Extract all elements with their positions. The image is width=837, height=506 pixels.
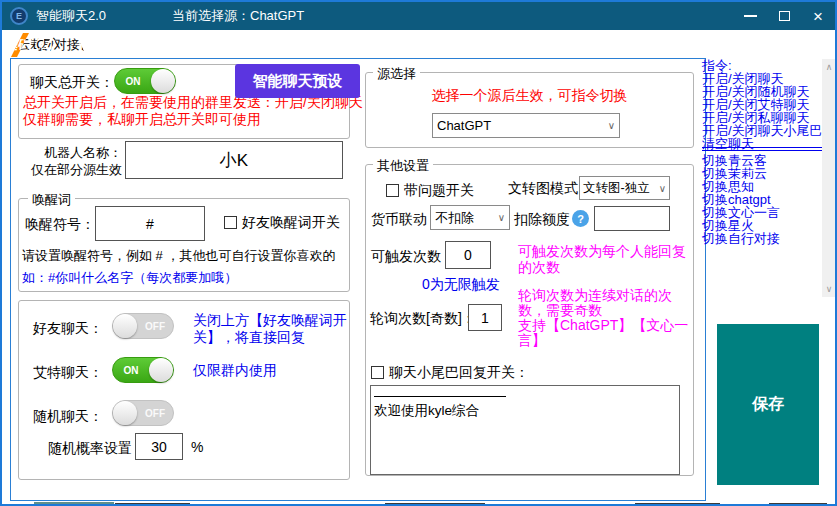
sidebar-scrollbar[interactable]: ∧ ∨ xyxy=(822,59,836,297)
master-switch-toggle[interactable]: ON xyxy=(114,68,176,94)
poll-note-line4: 言】 xyxy=(518,333,688,348)
deduct-quota-input[interactable] xyxy=(594,206,670,231)
window-title: 智能聊天2.0 xyxy=(36,7,106,25)
bot-name-label: 机器人名称： 仅在部分源生效 xyxy=(22,144,122,178)
toggle-on-label: ON xyxy=(115,76,151,87)
at-chat-toggle[interactable]: ON xyxy=(112,357,174,383)
switch-command-item: 切换自行对接 xyxy=(702,232,836,245)
friend-chat-toggle[interactable]: OFF xyxy=(112,313,174,339)
trigger-count-note: 可触发次数为每个人能回复 的次数 xyxy=(518,243,686,275)
bot-name-label-line1: 机器人名称： xyxy=(22,144,122,161)
friend-wake-checkbox[interactable] xyxy=(224,216,237,229)
friend-chat-label: 好友聊天： xyxy=(33,320,103,338)
poll-count-input[interactable] xyxy=(468,304,502,331)
wake-word-group-title: 唤醒词 xyxy=(28,191,75,209)
scroll-up-icon[interactable]: ∧ xyxy=(826,59,833,75)
tab-bar: 基础设置 青云客设置 茉莉设置 ChatGPT设置 讯飞星火设置 百度文心一言设… xyxy=(10,32,46,58)
friend-chat-note: 关闭上方【好友唤醒词开 关】，将直接回复 xyxy=(193,312,347,346)
currency-selected-value: 不扣除 xyxy=(435,209,474,227)
toggle-knob xyxy=(113,401,137,425)
chevron-down-icon: ∨ xyxy=(659,183,666,194)
wake-symbol-label: 唤醒符号： xyxy=(25,216,95,234)
deduct-quota-label: 扣除额度 xyxy=(514,211,570,229)
titlebar: E 智能聊天2.0 当前选择源：ChatGPT × xyxy=(2,2,835,30)
random-chat-label: 随机聊天： xyxy=(33,408,103,426)
random-probability-input[interactable] xyxy=(135,433,183,460)
save-button[interactable]: 保存 xyxy=(717,324,819,485)
poll-count-label: 轮询次数[奇数]： xyxy=(370,310,476,328)
poll-count-note: 轮询次数为连续对话的次 数，需要奇数 支持【ChatGPT】【文心一 言】 xyxy=(518,288,688,348)
maximize-button[interactable] xyxy=(767,2,801,30)
chat-tail-checkbox[interactable] xyxy=(371,366,384,379)
master-warning-line2: 仅群聊需要，私聊开启总开关即可使用 xyxy=(23,111,261,129)
chat-tail-textarea[interactable]: 欢迎使用kyle综合 xyxy=(370,385,680,475)
poll-note-line1: 轮询次数为连续对话的次 xyxy=(518,288,688,303)
switch-command-list: 切换青云客 切换茉莉云 切换思知 切换chatgpt 切换文心一言 切换星火 切… xyxy=(702,154,836,245)
trigger-count-label: 可触发次数： xyxy=(371,248,455,266)
toggle-knob xyxy=(113,314,137,338)
with-question-checkbox[interactable] xyxy=(386,184,399,197)
currency-link-dropdown[interactable]: 不扣除 ∨ xyxy=(430,205,510,230)
command-list: 指令: 开启/关闭聊天 开启/关闭随机聊天 开启/关闭艾特聊天 开启/关闭私聊聊… xyxy=(702,59,836,150)
app-logo-icon: E xyxy=(10,7,28,25)
close-button[interactable]: × xyxy=(801,2,835,30)
toggle-knob xyxy=(149,358,173,382)
source-select-dropdown[interactable]: ChatGPT ∨ xyxy=(432,113,620,138)
app-logo-letter: E xyxy=(16,11,22,21)
chat-tail-checkbox-label: 聊天小尾巴回复开关： xyxy=(389,364,529,382)
chevron-down-icon: ∨ xyxy=(498,212,505,223)
toggle-off-label: OFF xyxy=(137,321,173,332)
friend-wake-checkbox-label: 好友唤醒词开关 xyxy=(242,214,340,232)
toggle-on-label: ON xyxy=(113,365,149,376)
minimize-button[interactable] xyxy=(733,2,767,30)
master-switch-label: 聊天总开关： xyxy=(30,74,114,92)
maximize-icon xyxy=(779,11,790,21)
friend-chat-note-line1: 关闭上方【好友唤醒词开 xyxy=(193,312,347,329)
text2img-selected-value: 文转图-独立 xyxy=(583,180,650,197)
wake-hint-text: 请设置唤醒符号，例如 # ，其他也可自行设置你喜欢的 xyxy=(22,247,335,265)
smart-chat-preset-button[interactable]: 智能聊天预设 xyxy=(235,64,360,98)
trigger-unlimited-hint: 0为无限触发 xyxy=(422,276,500,294)
trigger-count-input[interactable] xyxy=(445,241,491,269)
other-settings-group-title: 其他设置 xyxy=(373,157,433,175)
poll-note-line3: 支持【ChatGPT】【文心一 xyxy=(518,318,688,333)
trigger-note-line2: 的次数 xyxy=(518,259,686,275)
source-select-hint: 选择一个源后生效，可指令切换 xyxy=(365,87,694,105)
minimize-icon xyxy=(744,15,757,17)
text2img-mode-dropdown[interactable]: 文转图-独立 ∨ xyxy=(579,176,670,200)
source-selected-value: ChatGPT xyxy=(437,118,491,133)
scroll-down-icon[interactable]: ∨ xyxy=(826,281,833,297)
trigger-note-line1: 可触发次数为每个人能回复 xyxy=(518,243,686,259)
at-chat-label: 艾特聊天： xyxy=(33,364,103,382)
wake-example-text: 如：#你叫什么名字（每次都要加哦） xyxy=(22,269,237,287)
clipped-status-text xyxy=(34,502,114,506)
command-item: 清空聊天 xyxy=(702,137,836,150)
help-icon[interactable]: ? xyxy=(572,210,589,227)
tail-divider-line xyxy=(374,396,506,397)
current-source-label: 当前选择源：ChatGPT xyxy=(172,7,304,25)
source-select-group-title: 源选择 xyxy=(373,65,420,83)
random-probability-unit: % xyxy=(191,439,203,455)
wake-symbol-input[interactable] xyxy=(95,206,205,241)
bot-name-input[interactable] xyxy=(125,141,343,179)
window-controls: × xyxy=(733,2,835,30)
poll-note-line2: 数，需要奇数 xyxy=(518,303,688,318)
close-icon: × xyxy=(813,8,823,25)
random-chat-toggle[interactable]: OFF xyxy=(112,400,174,426)
friend-chat-note-line2: 关】，将直接回复 xyxy=(193,329,347,346)
bot-name-label-line2: 仅在部分源生效 xyxy=(22,161,122,178)
with-question-checkbox-label: 带问题开关 xyxy=(404,182,474,200)
toggle-knob xyxy=(151,69,175,93)
at-chat-note: 仅限群内使用 xyxy=(193,362,277,380)
tail-text-value: 欢迎使用kyle综合 xyxy=(374,402,676,420)
random-probability-label: 随机概率设置： xyxy=(48,440,146,458)
toggle-off-label: OFF xyxy=(137,408,173,419)
chevron-down-icon: ∨ xyxy=(608,120,615,131)
